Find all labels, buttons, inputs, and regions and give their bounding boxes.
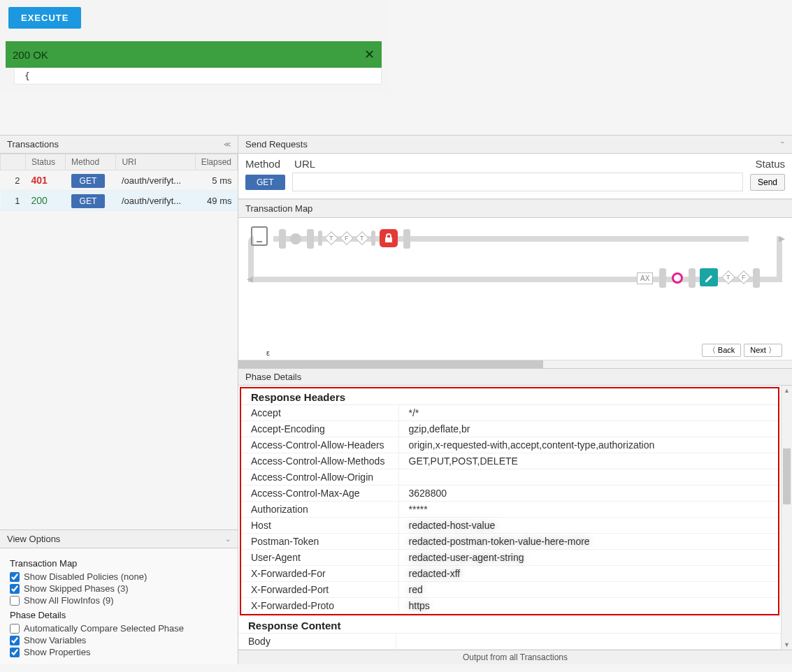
view-options-panel: View Options ⌄ Transaction Map Show Disa…: [0, 529, 238, 664]
phase-details-body: Response Headers Accept*/*Accept-Encodin…: [238, 386, 781, 650]
phase-tick-icon[interactable]: [371, 231, 375, 246]
back-button[interactable]: 〈 Back: [702, 344, 742, 357]
phase-tick-icon[interactable]: [318, 231, 322, 246]
checkbox-label: Automatically Compare Selected Phase: [24, 623, 184, 634]
checkbox-input[interactable]: [10, 584, 20, 594]
col-uri[interactable]: URI: [116, 154, 195, 170]
condition-icon[interactable]: T: [355, 231, 369, 245]
phase-tick-icon[interactable]: [689, 268, 696, 288]
method-badge[interactable]: GET: [245, 175, 285, 190]
header-row: X-Forwarded-Protohttps: [241, 598, 778, 614]
checkbox-input[interactable]: [10, 624, 20, 634]
phase-dot-icon[interactable]: [290, 233, 301, 244]
status-banner: 200 OK ✕: [6, 41, 382, 68]
vo-pd-heading: Phase Details: [10, 610, 228, 620]
transaction-map-header: Transaction Map: [238, 199, 792, 218]
arrow-left-icon: ◂: [247, 271, 253, 286]
view-options-header: View Options ⌄: [0, 529, 238, 548]
header-value: redacted-xff: [398, 566, 778, 582]
col-method[interactable]: Method: [66, 154, 116, 170]
collapse-send-icon[interactable]: ⌃: [779, 140, 785, 148]
header-row: Accept*/*: [241, 405, 778, 421]
checkbox-label: Show Skipped Phases (3): [24, 583, 129, 594]
left-column: Transactions ≪ Status Method URI Elapsed…: [0, 136, 238, 664]
header-row: User-Agentredacted-user-agent-string: [241, 550, 778, 566]
header-row: X-Forwarded-Forredacted-xff: [241, 566, 778, 582]
header-value: origin,x-requested-with,accept,content-t…: [398, 437, 778, 453]
method-label: Method: [245, 158, 280, 170]
collapse-viewopts-icon[interactable]: ⌄: [225, 535, 231, 543]
horizontal-scrollbar[interactable]: [238, 360, 792, 368]
url-input[interactable]: [292, 173, 743, 191]
transaction-row[interactable]: 2 401 GET /oauth/verifyt... 5 ms: [1, 170, 238, 191]
checkbox-input[interactable]: [10, 572, 20, 582]
condition-icon[interactable]: T: [324, 231, 338, 245]
view-option-checkbox[interactable]: Show All FlowInfos (9): [10, 595, 228, 606]
response-headers-title: Response Headers: [241, 388, 778, 405]
method-badge: GET: [71, 194, 106, 208]
transactions-panel-header: Transactions ≪: [0, 136, 238, 154]
transaction-map[interactable]: T F T ▸ AX T F ◂: [238, 218, 792, 344]
view-option-checkbox[interactable]: Show Skipped Phases (3): [10, 583, 228, 594]
header-row: Postman-Tokenredacted-postman-token-valu…: [241, 534, 778, 550]
header-value: [398, 469, 778, 485]
phase-tick-icon[interactable]: [403, 229, 410, 249]
header-name: Access-Control-Allow-Origin: [241, 469, 398, 485]
send-button[interactable]: Send: [750, 174, 785, 191]
top-bar: EXECUTE 200 OK ✕ {: [0, 0, 387, 93]
output-footer: Output from all Transactions: [238, 650, 792, 664]
vertical-scrollbar[interactable]: ▲ ▼: [781, 386, 792, 650]
execute-button[interactable]: EXECUTE: [8, 7, 81, 29]
status-text: 200 OK: [13, 49, 48, 61]
collapse-left-icon[interactable]: ≪: [224, 140, 231, 148]
edit-icon[interactable]: [700, 268, 718, 286]
header-value: */*: [398, 405, 778, 421]
uri-cell: /oauth/verifyt...: [116, 191, 195, 211]
condition-icon[interactable]: F: [340, 231, 354, 245]
phase-tick-icon[interactable]: [307, 229, 314, 249]
header-value: *****: [398, 502, 778, 518]
transactions-table: Status Method URI Elapsed 2 401 GET /oau…: [0, 154, 238, 211]
header-row: Access-Control-Allow-Origin: [241, 469, 778, 485]
header-name: X-Forwarded-Proto: [241, 598, 398, 614]
response-body-preview: {: [14, 68, 382, 85]
phase-tick-icon[interactable]: [753, 268, 760, 288]
header-row: X-Forwarded-Portred: [241, 582, 778, 598]
header-value: redacted-postman-token-value-here-more: [398, 534, 778, 550]
ax-node[interactable]: AX: [637, 272, 653, 284]
header-name: User-Agent: [241, 550, 398, 566]
header-name: X-Forwarded-For: [241, 566, 398, 582]
uri-cell: /oauth/verifyt...: [116, 170, 195, 191]
header-row: Access-Control-Max-Age3628800: [241, 485, 778, 502]
transaction-row[interactable]: 1 200 GET /oauth/verifyt... 49 ms: [1, 191, 238, 211]
send-request-panel: Method URL Status GET Send: [238, 154, 792, 199]
checkbox-input[interactable]: [10, 648, 20, 657]
checkbox-label: Show Properties: [24, 647, 90, 657]
right-column: Send Requests ⌃ Method URL Status GET Se…: [238, 136, 792, 664]
method-badge: GET: [71, 174, 106, 188]
view-option-checkbox[interactable]: Automatically Compare Selected Phase: [10, 623, 228, 634]
view-option-checkbox[interactable]: Show Properties: [10, 647, 228, 657]
url-label: URL: [294, 158, 315, 170]
close-icon[interactable]: ✕: [364, 47, 375, 62]
col-status[interactable]: Status: [26, 154, 66, 170]
checkbox-input[interactable]: [10, 596, 20, 606]
phase-tick-icon[interactable]: [659, 268, 666, 288]
header-row: Accept-Encodinggzip,deflate,br: [241, 421, 778, 437]
elapsed-cell: 49 ms: [195, 191, 237, 211]
pink-circle-icon[interactable]: [672, 272, 683, 284]
checkbox-input[interactable]: [10, 636, 20, 645]
view-option-checkbox[interactable]: Show Disabled Policies (none): [10, 571, 228, 582]
status-code: 401: [31, 175, 48, 186]
phase-details-header: Phase Details: [238, 368, 792, 386]
response-content-title: Response Content: [238, 617, 781, 634]
status-code: 200: [31, 195, 48, 206]
phase-tick-icon[interactable]: [279, 229, 286, 249]
col-elapsed[interactable]: Elapsed: [195, 154, 237, 170]
header-name: Host: [241, 518, 398, 534]
lock-icon[interactable]: [380, 229, 398, 247]
view-option-checkbox[interactable]: Show Variables: [10, 635, 228, 645]
next-button[interactable]: Next 〉: [744, 344, 782, 357]
header-row: Access-Control-Allow-Headersorigin,x-req…: [241, 437, 778, 453]
header-name: Postman-Token: [241, 534, 398, 550]
